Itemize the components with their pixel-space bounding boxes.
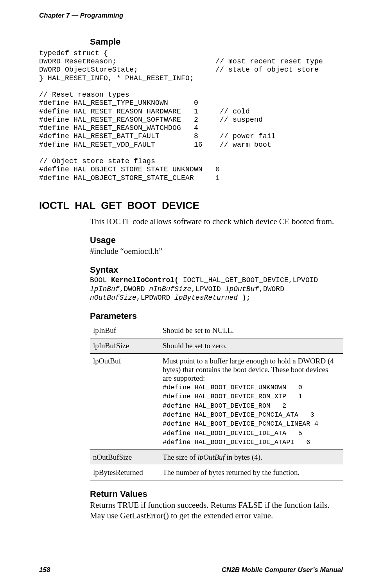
param-name: lpInBufSize	[90, 338, 160, 353]
param-name: nOutBufSize	[90, 450, 160, 465]
return-values-heading: Return Values	[90, 489, 343, 499]
syntax-token: ,DWORD	[120, 285, 149, 293]
syntax-text: BOOL KernelIoControl( IOCTL_HAL_GET_BOOT…	[90, 276, 343, 302]
syntax-token: ,LPDWORD	[136, 294, 174, 302]
param-desc: Should be set to zero.	[160, 338, 343, 353]
param-desc: The number of bytes returned by the func…	[160, 465, 343, 480]
param-name: lpOutBuf	[90, 353, 160, 450]
page-footer: 158 CN2B Mobile Computer User’s Manual	[39, 566, 343, 574]
syntax-arg: nOutBufSize	[90, 294, 136, 302]
sample-heading: Sample	[90, 37, 343, 47]
page: Chapter 7 — Programming Sample typedef s…	[0, 0, 382, 588]
return-values-text: Returns TRUE if function succeeds. Retur…	[90, 500, 343, 521]
syntax-arg: lpOutBuf	[225, 285, 259, 293]
usage-text: #include “oemioctl.h”	[90, 246, 343, 256]
param-desc: Should be set to NULL.	[160, 323, 343, 338]
param-desc-text: in bytes (4).	[225, 453, 262, 461]
syntax-token: BOOL	[90, 276, 111, 284]
section-intro: This IOCTL code allows software to check…	[90, 216, 343, 227]
param-desc-text: The size of	[163, 453, 197, 461]
syntax-token: ,LPVOID	[191, 285, 225, 293]
param-desc: Must point to a buffer large enough to h…	[160, 353, 343, 450]
table-row: lpOutBuf Must point to a buffer large en…	[90, 353, 343, 450]
table-row: lpInBuf Should be set to NULL.	[90, 323, 343, 338]
syntax-arg: nInBufSize	[149, 285, 191, 293]
syntax-token: ,DWORD	[259, 285, 289, 293]
syntax-arg: lpBytesReturned	[174, 294, 238, 302]
manual-title: CN2B Mobile Computer User’s Manual	[222, 566, 343, 574]
syntax-fn: KernelIoControl(	[111, 276, 179, 284]
sample-code: typedef struct { DWORD ResetReason; // m…	[39, 49, 343, 182]
param-name: lpBytesReturned	[90, 465, 160, 480]
param-desc-code: #define HAL_BOOT_DEVICE_UNKNOWN 0 #defin…	[163, 384, 318, 446]
param-desc: The size of lpOutBuf in bytes (4).	[160, 450, 343, 465]
page-number: 158	[39, 566, 50, 574]
syntax-arg: lpInBuf	[90, 285, 120, 293]
syntax-token: IOCTL_HAL_GET_BOOT_DEVICE,LPVOID	[179, 276, 322, 284]
syntax-close: );	[238, 294, 250, 302]
table-row: nOutBufSize The size of lpOutBuf in byte…	[90, 450, 343, 465]
running-head: Chapter 7 — Programming	[39, 12, 343, 20]
table-row: lpBytesReturned The number of bytes retu…	[90, 465, 343, 480]
syntax-heading: Syntax	[90, 265, 343, 275]
parameters-table: lpInBuf Should be set to NULL. lpInBufSi…	[90, 323, 343, 481]
table-row: lpInBufSize Should be set to zero.	[90, 338, 343, 353]
parameters-heading: Parameters	[90, 311, 343, 321]
param-name: lpInBuf	[90, 323, 160, 338]
param-desc-ital: lpOutBuf	[197, 453, 225, 461]
section-title: IOCTL_HAL_GET_BOOT_DEVICE	[39, 200, 343, 212]
param-desc-text: Must point to a buffer large enough to h…	[163, 357, 334, 382]
usage-heading: Usage	[90, 235, 343, 245]
